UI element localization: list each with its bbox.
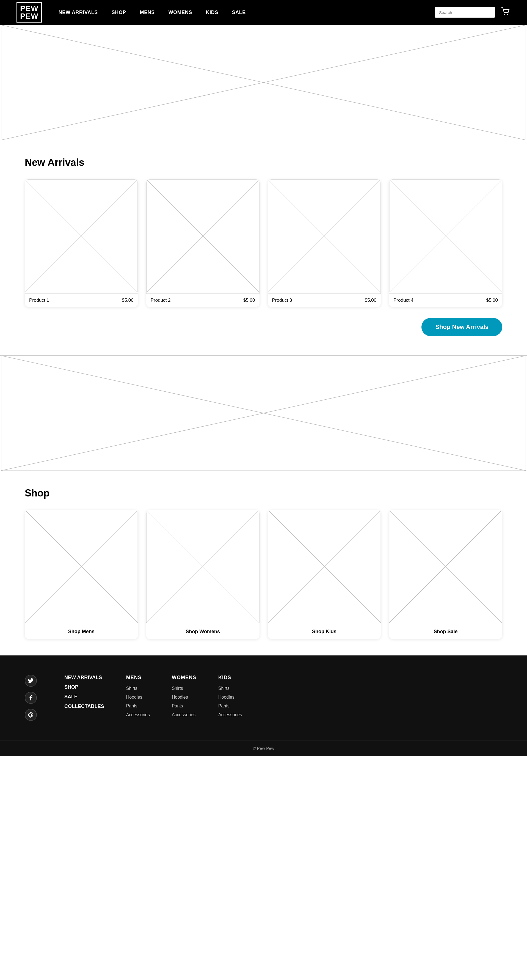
mid-banner bbox=[0, 355, 527, 471]
product-image-3 bbox=[268, 179, 381, 294]
footer-womens-shirts[interactable]: Shirts bbox=[172, 686, 196, 691]
navbar: PEW PEW NEW ARRIVALS SHOP MENS WOMENS KI… bbox=[0, 0, 527, 25]
product-info-3: Product 3 $5.00 bbox=[268, 294, 381, 307]
shop-section: Shop Shop Mens Shop Womens bbox=[0, 471, 527, 655]
svg-point-1 bbox=[507, 14, 508, 15]
product-name-4: Product 4 bbox=[394, 298, 413, 303]
footer-col-womens: WOMENS Shirts Hoodies Pants Accessories bbox=[172, 675, 196, 721]
product-card-3[interactable]: Product 3 $5.00 bbox=[268, 179, 381, 307]
footer: NEW ARRIVALS SHOP SALE COLLECTABLES MENS… bbox=[0, 655, 527, 740]
nav-shop[interactable]: SHOP bbox=[112, 10, 126, 15]
shop-image-mens bbox=[25, 510, 138, 624]
footer-mens-title: MENS bbox=[126, 675, 150, 681]
shop-new-arrivals-row: Shop New Arrivals bbox=[25, 318, 502, 336]
footer-collectables[interactable]: COLLECTABLES bbox=[64, 703, 104, 710]
nav-new-arrivals[interactable]: NEW ARRIVALS bbox=[59, 10, 98, 15]
new-arrivals-section: New Arrivals Product 1 $5.00 bbox=[0, 140, 527, 355]
footer-womens-hoodies[interactable]: Hoodies bbox=[172, 695, 196, 700]
footer-mens-hoodies[interactable]: Hoodies bbox=[126, 695, 150, 700]
product-price-1: $5.00 bbox=[122, 298, 133, 303]
product-info-1: Product 1 $5.00 bbox=[25, 294, 138, 307]
product-grid: Product 1 $5.00 Product 2 $5.00 bbox=[25, 179, 502, 307]
facebook-icon[interactable] bbox=[25, 692, 37, 704]
footer-shop[interactable]: SHOP bbox=[64, 684, 104, 690]
product-name-3: Product 3 bbox=[272, 298, 292, 303]
copyright-text: © Pew Pew bbox=[253, 746, 275, 751]
shop-label-sale: Shop Sale bbox=[389, 624, 502, 639]
twitter-icon[interactable] bbox=[25, 675, 37, 687]
footer-mens-pants[interactable]: Pants bbox=[126, 703, 150, 708]
footer-col-main: NEW ARRIVALS SHOP SALE COLLECTABLES bbox=[64, 675, 104, 721]
footer-sale[interactable]: SALE bbox=[64, 694, 104, 700]
nav-right bbox=[435, 6, 511, 18]
search-input[interactable] bbox=[435, 7, 495, 18]
shop-image-kids bbox=[268, 510, 381, 624]
new-arrivals-title: New Arrivals bbox=[25, 157, 502, 168]
cart-icon[interactable] bbox=[501, 6, 511, 18]
shop-label-mens: Shop Mens bbox=[25, 624, 138, 639]
product-image-2 bbox=[146, 179, 260, 294]
svg-point-0 bbox=[504, 14, 505, 15]
shop-title: Shop bbox=[25, 487, 502, 499]
footer-bottom: © Pew Pew bbox=[0, 740, 527, 756]
footer-kids-title: KIDS bbox=[218, 675, 242, 681]
shop-card-kids[interactable]: Shop Kids bbox=[268, 510, 381, 639]
product-card-2[interactable]: Product 2 $5.00 bbox=[146, 179, 260, 307]
logo[interactable]: PEW PEW bbox=[16, 2, 42, 22]
product-image-4 bbox=[389, 179, 502, 294]
hero-banner bbox=[0, 25, 527, 140]
shop-label-womens: Shop Womens bbox=[146, 624, 260, 639]
shop-grid: Shop Mens Shop Womens Shop Kids bbox=[25, 510, 502, 639]
shop-image-womens bbox=[146, 510, 260, 624]
footer-womens-pants[interactable]: Pants bbox=[172, 703, 196, 708]
footer-mens-shirts[interactable]: Shirts bbox=[126, 686, 150, 691]
nav-kids[interactable]: KIDS bbox=[206, 10, 218, 15]
product-info-2: Product 2 $5.00 bbox=[146, 294, 260, 307]
product-price-3: $5.00 bbox=[365, 298, 377, 303]
footer-col-mens: MENS Shirts Hoodies Pants Accessories bbox=[126, 675, 150, 721]
footer-kids-pants[interactable]: Pants bbox=[218, 703, 242, 708]
nav-links: NEW ARRIVALS SHOP MENS WOMENS KIDS SALE bbox=[59, 10, 424, 15]
product-name-1: Product 1 bbox=[29, 298, 49, 303]
nav-mens[interactable]: MENS bbox=[140, 10, 155, 15]
footer-womens-accessories[interactable]: Accessories bbox=[172, 713, 196, 718]
shop-card-womens[interactable]: Shop Womens bbox=[146, 510, 260, 639]
shop-new-arrivals-button[interactable]: Shop New Arrivals bbox=[421, 318, 502, 336]
product-name-2: Product 2 bbox=[151, 298, 171, 303]
product-price-2: $5.00 bbox=[243, 298, 255, 303]
footer-womens-title: WOMENS bbox=[172, 675, 196, 681]
shop-label-kids: Shop Kids bbox=[268, 624, 381, 639]
shop-card-mens[interactable]: Shop Mens bbox=[25, 510, 138, 639]
footer-social bbox=[25, 675, 37, 721]
product-card-4[interactable]: Product 4 $5.00 bbox=[389, 179, 502, 307]
shop-card-sale[interactable]: Shop Sale bbox=[389, 510, 502, 639]
footer-new-arrivals[interactable]: NEW ARRIVALS bbox=[64, 675, 104, 681]
footer-kids-shirts[interactable]: Shirts bbox=[218, 686, 242, 691]
nav-womens[interactable]: WOMENS bbox=[168, 10, 192, 15]
footer-mens-accessories[interactable]: Accessories bbox=[126, 713, 150, 718]
product-image-1 bbox=[25, 179, 138, 294]
pinterest-icon[interactable] bbox=[25, 709, 37, 721]
footer-kids-hoodies[interactable]: Hoodies bbox=[218, 695, 242, 700]
footer-col-kids: KIDS Shirts Hoodies Pants Accessories bbox=[218, 675, 242, 721]
shop-image-sale bbox=[389, 510, 502, 624]
product-info-4: Product 4 $5.00 bbox=[389, 294, 502, 307]
product-price-4: $5.00 bbox=[486, 298, 498, 303]
nav-sale[interactable]: SALE bbox=[232, 10, 246, 15]
footer-kids-accessories[interactable]: Accessories bbox=[218, 713, 242, 718]
product-card-1[interactable]: Product 1 $5.00 bbox=[25, 179, 138, 307]
